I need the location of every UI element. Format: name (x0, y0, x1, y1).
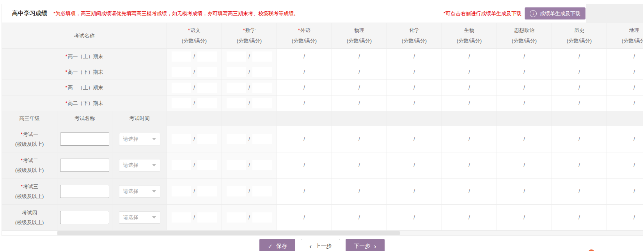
full-score-input[interactable] (637, 212, 643, 223)
full-score-input[interactable] (582, 67, 602, 77)
score-input[interactable] (502, 51, 521, 62)
full-score-input[interactable] (252, 186, 272, 196)
full-score-input[interactable] (582, 160, 602, 170)
full-score-input[interactable] (472, 186, 492, 196)
score-input[interactable] (282, 212, 301, 223)
full-score-input[interactable] (307, 67, 327, 77)
full-score-input[interactable] (527, 51, 547, 62)
score-input[interactable] (557, 212, 576, 223)
score-input[interactable] (172, 83, 191, 93)
score-input[interactable] (502, 186, 521, 196)
scrollbar-thumb[interactable] (57, 231, 400, 235)
score-input[interactable] (612, 98, 631, 108)
full-score-input[interactable] (362, 98, 382, 108)
score-input[interactable] (612, 134, 631, 144)
full-score-input[interactable] (527, 83, 547, 93)
full-score-input[interactable] (637, 67, 643, 77)
exam-time-select[interactable]: 请选择 (119, 185, 160, 198)
full-score-input[interactable] (637, 134, 643, 144)
score-input[interactable] (612, 83, 631, 93)
full-score-input[interactable] (582, 212, 602, 223)
exam-name-input[interactable] (60, 133, 109, 146)
full-score-input[interactable] (637, 83, 643, 93)
full-score-input[interactable] (582, 98, 602, 108)
score-input[interactable] (227, 160, 246, 170)
full-score-input[interactable] (637, 51, 643, 62)
full-score-input[interactable] (362, 212, 382, 223)
full-score-input[interactable] (197, 160, 217, 170)
exam-time-select[interactable]: 请选择 (119, 159, 160, 171)
exam-name-input[interactable] (60, 211, 109, 224)
full-score-input[interactable] (197, 186, 217, 196)
score-input[interactable] (447, 51, 466, 62)
prev-button[interactable]: ‹ 上一步 (301, 239, 340, 251)
full-score-input[interactable] (582, 51, 602, 62)
full-score-input[interactable] (417, 98, 437, 108)
full-score-input[interactable] (527, 186, 547, 196)
full-score-input[interactable] (472, 51, 492, 62)
full-score-input[interactable] (197, 98, 217, 108)
full-score-input[interactable] (197, 83, 217, 93)
full-score-input[interactable] (362, 83, 382, 93)
score-input[interactable] (227, 212, 246, 223)
full-score-input[interactable] (527, 212, 547, 223)
score-input[interactable] (392, 51, 411, 62)
score-input[interactable] (447, 67, 466, 77)
full-score-input[interactable] (472, 212, 492, 223)
score-input[interactable] (502, 134, 521, 144)
full-score-input[interactable] (307, 134, 327, 144)
score-input[interactable] (337, 67, 356, 77)
horizontal-scrollbar[interactable] (2, 231, 643, 236)
score-input[interactable] (392, 134, 411, 144)
score-input[interactable] (612, 160, 631, 170)
score-input[interactable] (392, 212, 411, 223)
score-input[interactable] (172, 212, 191, 223)
full-score-input[interactable] (637, 160, 643, 170)
full-score-input[interactable] (527, 98, 547, 108)
score-input[interactable] (172, 98, 191, 108)
score-input[interactable] (337, 98, 356, 108)
full-score-input[interactable] (197, 67, 217, 77)
score-input[interactable] (392, 67, 411, 77)
score-input[interactable] (557, 51, 576, 62)
exam-name-input[interactable] (60, 159, 109, 172)
score-input[interactable] (282, 51, 301, 62)
score-input[interactable] (282, 67, 301, 77)
score-input[interactable] (172, 160, 191, 170)
score-input[interactable] (612, 186, 631, 196)
full-score-input[interactable] (472, 67, 492, 77)
full-score-input[interactable] (362, 134, 382, 144)
full-score-input[interactable] (307, 186, 327, 196)
full-score-input[interactable] (362, 160, 382, 170)
full-score-input[interactable] (307, 98, 327, 108)
score-input[interactable] (612, 51, 631, 62)
full-score-input[interactable] (582, 134, 602, 144)
full-score-input[interactable] (582, 186, 602, 196)
full-score-input[interactable] (527, 67, 547, 77)
score-input[interactable] (282, 134, 301, 144)
score-input[interactable] (502, 98, 521, 108)
full-score-input[interactable] (472, 98, 492, 108)
full-score-input[interactable] (197, 134, 217, 144)
score-input[interactable] (337, 186, 356, 196)
score-input[interactable] (227, 67, 246, 77)
exam-time-select[interactable]: 请选择 (119, 211, 160, 224)
full-score-input[interactable] (527, 160, 547, 170)
score-input[interactable] (227, 186, 246, 196)
score-input[interactable] (337, 134, 356, 144)
score-input[interactable] (447, 212, 466, 223)
full-score-input[interactable] (307, 160, 327, 170)
full-score-input[interactable] (252, 67, 272, 77)
score-input[interactable] (502, 67, 521, 77)
full-score-input[interactable] (417, 51, 437, 62)
score-input[interactable] (557, 83, 576, 93)
score-input[interactable] (447, 134, 466, 144)
score-input[interactable] (447, 186, 466, 196)
score-input[interactable] (282, 98, 301, 108)
full-score-input[interactable] (197, 212, 217, 223)
full-score-input[interactable] (307, 51, 327, 62)
score-input[interactable] (337, 212, 356, 223)
full-score-input[interactable] (417, 212, 437, 223)
full-score-input[interactable] (252, 51, 272, 62)
score-input[interactable] (337, 51, 356, 62)
